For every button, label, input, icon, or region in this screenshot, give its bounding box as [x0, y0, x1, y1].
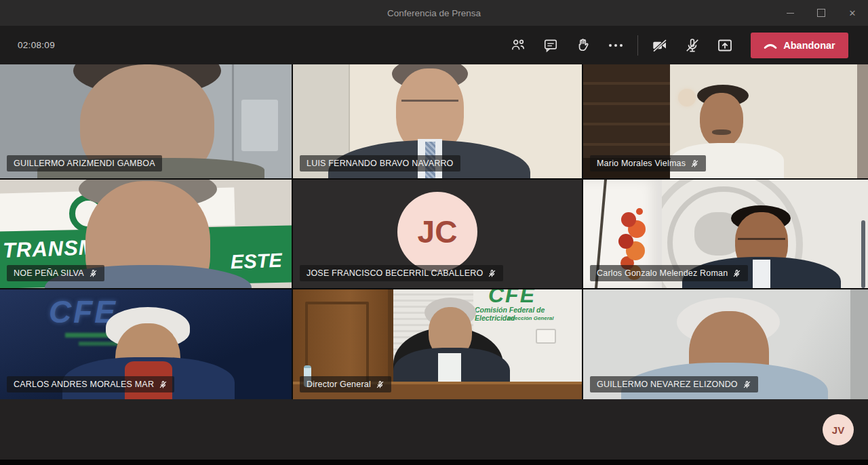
participant-name: CARLOS ANDRES MORALES MAR	[14, 380, 154, 389]
video-tile-luis-bravo[interactable]: LUIS FERNANDO BRAVO NAVARRO	[293, 64, 582, 178]
mic-muted-icon	[690, 159, 699, 168]
close-icon: ✕	[849, 8, 856, 18]
participant-name-tag: Carlos Gonzalo Melendez Roman	[590, 265, 748, 281]
raise-hand-button[interactable]	[567, 26, 599, 64]
meeting-toolbar: 02:08:09	[0, 26, 868, 64]
video-tile-carlos-melendez[interactable]: Carlos Gonzalo Melendez Roman	[583, 180, 868, 288]
scene-cfe-logo-text: CFE	[488, 289, 536, 308]
share-screen-icon	[717, 37, 733, 54]
scene-flag-logo	[636, 208, 643, 215]
participant-name: GUILLERMO NEVAREZ ELIZONDO	[597, 380, 738, 389]
participants-icon	[511, 38, 526, 53]
person-mustache	[712, 129, 731, 135]
maximize-icon	[817, 9, 825, 17]
participant-name-tag: Director General	[300, 376, 391, 392]
participant-name-tag: Mario Morales Vielmas	[590, 155, 706, 171]
participant-name-tag: GUILLERMO NEVAREZ ELIZONDO	[590, 376, 758, 392]
video-tile-mario-morales[interactable]: Mario Morales Vielmas	[583, 64, 868, 178]
video-tile-guillermo-arizmendi[interactable]: GUILLERMO ARIZMENDI GAMBOA	[0, 64, 292, 178]
close-button[interactable]: ✕	[837, 0, 868, 26]
minimize-button[interactable]	[774, 0, 806, 26]
scene-lamp	[678, 89, 696, 106]
participant-name: Mario Morales Vielmas	[597, 159, 686, 168]
camera-off-icon	[652, 37, 668, 54]
scene-cfe-subtitle2: Dirección General	[507, 315, 553, 321]
mic-muted-icon	[89, 269, 98, 278]
participant-name: JOSE FRANCISCO BECERRIL CABALLERO	[307, 268, 483, 278]
window-title: Conferencia de Prensa	[387, 8, 481, 18]
participant-name-tag: JOSE FRANCISCO BECERRIL CABALLERO	[300, 265, 503, 281]
person-face	[700, 93, 743, 147]
toolbar-buttons: Abandonar	[502, 26, 848, 64]
scene-thermostat	[536, 329, 556, 344]
scene-door-frame	[857, 64, 868, 178]
microphone-off-button[interactable]	[676, 26, 709, 64]
bottom-black-bar	[0, 460, 868, 465]
person-glasses	[738, 238, 785, 245]
participant-name-tag: CARLOS ANDRES MORALES MAR	[7, 376, 174, 392]
maximize-button[interactable]	[806, 0, 837, 26]
scene-right-pole	[861, 220, 865, 288]
participant-name: Carlos Gonzalo Melendez Roman	[597, 268, 728, 278]
mic-muted-icon	[488, 269, 496, 278]
window-titlebar[interactable]: Conferencia de Prensa ✕	[0, 0, 868, 26]
participant-name-tag: NOE PEÑA SILVA	[7, 265, 104, 281]
cfe-banner-word-right: ESTE	[231, 249, 283, 274]
self-view-avatar[interactable]: JV	[823, 414, 854, 445]
microphone-off-icon	[684, 37, 701, 54]
toolbar-divider	[637, 35, 638, 56]
person-shirt	[753, 260, 770, 288]
meeting-timer: 02:08:09	[18, 40, 55, 50]
bottom-strip	[0, 399, 868, 460]
video-tile-guillermo-nevarez[interactable]: GUILLERMO NEVAREZ ELIZONDO	[583, 289, 868, 399]
chat-button[interactable]	[534, 26, 567, 64]
participant-name-tag: LUIS FERNANDO BRAVO NAVARRO	[300, 155, 460, 171]
participant-name: NOE PEÑA SILVA	[14, 268, 84, 278]
participant-name: LUIS FERNANDO BRAVO NAVARRO	[307, 159, 454, 168]
participant-initials-avatar: JC	[397, 192, 477, 272]
video-tile-noe-pena[interactable]: Comisión Fe TRANSMIS ESTE NOE PEÑA SILVA	[0, 180, 292, 288]
person-glasses	[401, 100, 458, 107]
scene-door-panel	[305, 302, 369, 388]
scene-wall-shadow	[850, 289, 868, 399]
video-grid: GUILLERMO ARIZMENDI GAMBOA LUIS FERNANDO…	[0, 64, 868, 399]
video-tile-jose-becerril[interactable]: JC JOSE FRANCISCO BECERRIL CABALLERO	[293, 180, 582, 288]
minimize-icon	[787, 13, 794, 14]
video-tile-carlos-morales[interactable]: CFE CARLOS ANDRES MORALES MAR	[0, 289, 292, 399]
mic-muted-icon	[376, 380, 384, 389]
more-options-button[interactable]	[599, 26, 632, 64]
leave-meeting-button[interactable]: Abandonar	[751, 33, 848, 58]
mic-muted-icon	[732, 269, 741, 278]
mic-muted-icon	[159, 380, 167, 389]
participant-name: GUILLERMO ARIZMENDI GAMBOA	[14, 159, 155, 168]
raise-hand-icon	[576, 38, 591, 53]
scene-wall-panel	[241, 100, 278, 151]
camera-off-button[interactable]	[644, 26, 676, 64]
share-screen-button[interactable]	[709, 26, 741, 64]
mic-muted-icon	[743, 380, 751, 389]
participant-name-tag: GUILLERMO ARIZMENDI GAMBOA	[7, 155, 162, 171]
video-tile-director-general[interactable]: CFE Comisión Federal de Electricidad Dir…	[293, 289, 582, 399]
window-controls: ✕	[774, 0, 868, 26]
leave-button-label: Abandonar	[783, 40, 835, 51]
participants-button[interactable]	[502, 26, 534, 64]
hang-up-icon	[764, 41, 777, 49]
participant-name: Director General	[307, 380, 371, 389]
chat-icon	[543, 38, 558, 53]
more-options-icon	[609, 44, 623, 47]
